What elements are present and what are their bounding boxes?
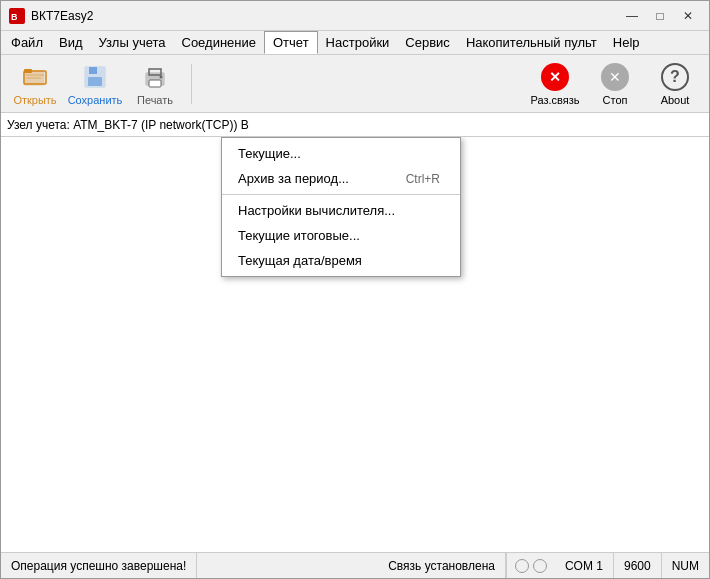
close-button[interactable]: ✕ xyxy=(675,6,701,26)
disconnect-label: Раз.связь xyxy=(530,94,579,106)
open-button[interactable]: Открыть xyxy=(7,59,63,109)
save-button[interactable]: Сохранить xyxy=(67,59,123,109)
toolbar-separator xyxy=(191,64,192,104)
title-bar-left: B ВКТ7Easy2 xyxy=(9,8,93,24)
title-bar-controls: — □ ✕ xyxy=(619,6,701,26)
status-baud: 9600 xyxy=(614,553,662,578)
dropdown-item-current-totals[interactable]: Текущие итоговые... xyxy=(222,223,460,248)
menu-item-accumulator[interactable]: Накопительный пульт xyxy=(458,31,605,54)
print-button[interactable]: Печать xyxy=(127,59,183,109)
svg-rect-8 xyxy=(89,67,97,74)
about-label: About xyxy=(661,94,690,106)
dropdown-item-archive[interactable]: Архив за период... Ctrl+R xyxy=(222,166,460,191)
status-com: COM 1 xyxy=(555,553,614,578)
save-label: Сохранить xyxy=(68,94,123,106)
menu-item-report[interactable]: Отчет xyxy=(264,31,318,54)
svg-rect-12 xyxy=(149,80,161,87)
indicator-1 xyxy=(515,559,529,573)
shortcut-archive: Ctrl+R xyxy=(406,172,440,186)
app-icon: B xyxy=(9,8,25,24)
stop-label: Стоп xyxy=(603,94,628,106)
maximize-button[interactable]: □ xyxy=(647,6,673,26)
open-label: Открыть xyxy=(13,94,56,106)
menu-item-service[interactable]: Сервис xyxy=(397,31,458,54)
menu-item-view[interactable]: Вид xyxy=(51,31,91,54)
dropdown-item-current-datetime[interactable]: Текущая дата/время xyxy=(222,248,460,273)
node-bar: Узел учета: ATM_BKT-7 (IP network(TCP)) … xyxy=(1,113,709,137)
svg-point-13 xyxy=(160,75,163,78)
toolbar-right-group: ✕ Раз.связь ✕ Стоп ? About xyxy=(527,59,703,109)
print-label: Печать xyxy=(137,94,173,106)
main-content: Текущие... Архив за период... Ctrl+R Нас… xyxy=(1,137,709,552)
status-indicators xyxy=(506,553,555,578)
dropdown-item-calc-settings[interactable]: Настройки вычислителя... xyxy=(222,198,460,223)
status-bar: Операция успешно завершена! Связь устано… xyxy=(1,552,709,578)
stop-icon: ✕ xyxy=(600,62,630,92)
about-button[interactable]: ? About xyxy=(647,59,703,109)
about-icon: ? xyxy=(660,62,690,92)
status-operation: Операция успешно завершена! xyxy=(1,553,197,578)
menu-bar: Файл Вид Узлы учета Соединение Отчет Нас… xyxy=(1,31,709,55)
dropdown-item-current[interactable]: Текущие... xyxy=(222,141,460,166)
menu-item-nodes[interactable]: Узлы учета xyxy=(91,31,174,54)
title-text: ВКТ7Easy2 xyxy=(31,9,93,23)
node-text: Узел учета: ATM_BKT-7 (IP network(TCP)) … xyxy=(7,118,249,132)
menu-item-help[interactable]: Help xyxy=(605,31,648,54)
minimize-button[interactable]: — xyxy=(619,6,645,26)
svg-text:B: B xyxy=(11,12,18,22)
menu-item-settings[interactable]: Настройки xyxy=(318,31,398,54)
disconnect-button[interactable]: ✕ Раз.связь xyxy=(527,59,583,109)
indicator-2 xyxy=(533,559,547,573)
disconnect-icon: ✕ xyxy=(540,62,570,92)
dropdown-separator xyxy=(222,194,460,195)
open-icon xyxy=(20,62,50,92)
menu-item-file[interactable]: Файл xyxy=(3,31,51,54)
status-numlock: NUM xyxy=(662,553,709,578)
print-icon xyxy=(140,62,170,92)
toolbar: Открыть Сохранить Печать xyxy=(1,55,709,113)
save-icon xyxy=(80,62,110,92)
dropdown-menu: Текущие... Архив за период... Ctrl+R Нас… xyxy=(221,137,461,277)
stop-button[interactable]: ✕ Стоп xyxy=(587,59,643,109)
svg-rect-9 xyxy=(88,77,102,86)
status-connection: Связь установлена xyxy=(378,553,506,578)
title-bar: B ВКТ7Easy2 — □ ✕ xyxy=(1,1,709,31)
menu-item-connection[interactable]: Соединение xyxy=(174,31,265,54)
